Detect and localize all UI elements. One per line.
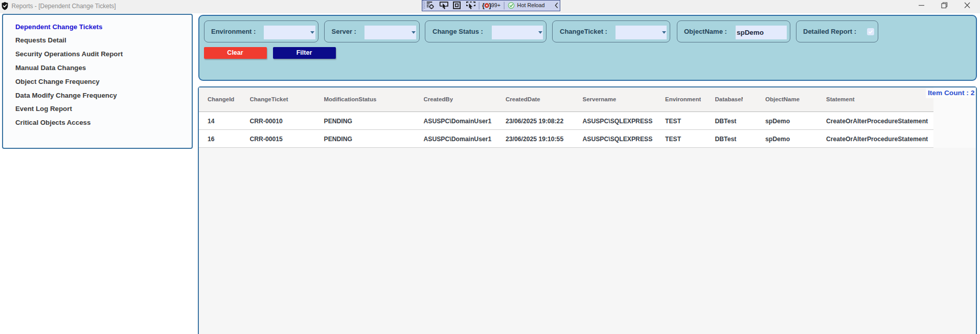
svg-text:{: { xyxy=(482,2,485,9)
svg-text:Hot Reload: Hot Reload xyxy=(517,2,545,8)
svg-text:99+: 99+ xyxy=(491,2,500,8)
